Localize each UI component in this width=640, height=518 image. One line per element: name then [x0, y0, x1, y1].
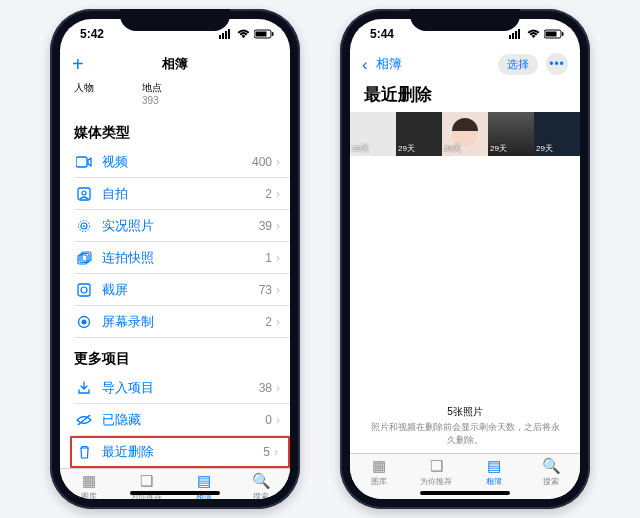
chevron-right-icon: ›	[272, 413, 280, 427]
chevron-right-icon: ›	[272, 187, 280, 201]
phone-right: 5:44 ‹ 相簿 选择 ••• 最近删除 29天29天29天29天29天 5张…	[340, 9, 590, 509]
home-indicator[interactable]	[130, 491, 220, 495]
albums-icon: ▤	[487, 457, 501, 475]
tab-library[interactable]: ▦图库	[60, 469, 118, 499]
row-count: 0	[265, 413, 272, 427]
thumbnail[interactable]: 29天	[488, 112, 534, 156]
chevron-right-icon: ›	[270, 445, 278, 459]
more-button[interactable]: •••	[546, 53, 568, 75]
signal-icon	[509, 29, 523, 39]
people-label: 人物	[74, 81, 94, 95]
row-burst[interactable]: 连拍快照1›	[74, 242, 290, 274]
row-count: 5	[263, 445, 270, 459]
days-badge: 29天	[444, 143, 461, 154]
row-count: 2	[265, 315, 272, 329]
svg-rect-3	[228, 29, 230, 39]
row-count: 2	[265, 187, 272, 201]
library-icon: ▦	[372, 457, 386, 475]
people-shortcut[interactable]: 人物	[74, 81, 94, 106]
row-video[interactable]: 视频400›	[74, 146, 290, 178]
navbar: + 相簿	[60, 49, 290, 79]
tab-library[interactable]: ▦图库	[350, 454, 408, 489]
select-button[interactable]: 选择	[498, 54, 538, 75]
row-label: 视频	[94, 153, 252, 171]
row-label: 截屏	[94, 281, 259, 299]
tab-label: 图库	[81, 491, 97, 500]
svg-rect-16	[78, 284, 90, 296]
svg-rect-6	[272, 32, 274, 36]
tab-label: 为你推荐	[420, 476, 452, 487]
row-label: 最近删除	[94, 443, 263, 461]
tab-label: 搜索	[543, 476, 559, 487]
svg-rect-1	[222, 33, 224, 39]
tab-foryou[interactable]: ❑为你推荐	[408, 454, 466, 489]
deletion-hint: 照片和视频在删除前会显示剩余天数，之后将永久删除。	[370, 421, 560, 447]
albums-icon: ▤	[197, 472, 211, 490]
media-types-list: 视频400›自拍2›实况照片39›连拍快照1›截屏73›屏幕录制2›	[60, 146, 290, 338]
battery-icon	[544, 29, 564, 39]
screenrec-icon	[74, 315, 94, 329]
row-label: 已隐藏	[94, 411, 265, 429]
chevron-right-icon: ›	[272, 315, 280, 329]
signal-icon	[219, 29, 233, 39]
selfie-icon	[74, 187, 94, 201]
chevron-right-icon: ›	[272, 219, 280, 233]
days-badge: 29天	[490, 143, 507, 154]
svg-rect-8	[78, 188, 90, 200]
svg-point-17	[81, 287, 87, 293]
row-imports[interactable]: 导入项目38›	[74, 372, 290, 404]
tab-albums[interactable]: ▤相簿	[465, 454, 523, 489]
back-button[interactable]: ‹ 相簿	[362, 55, 402, 73]
tab-label: 相簿	[486, 476, 502, 487]
row-label: 实况照片	[94, 217, 259, 235]
thumbnail[interactable]: 29天	[396, 112, 442, 156]
screen-right: 5:44 ‹ 相簿 选择 ••• 最近删除 29天29天29天29天29天 5张…	[350, 19, 580, 499]
photo-count: 5张照片	[370, 405, 560, 419]
foryou-icon: ❑	[430, 457, 443, 475]
notch	[410, 9, 520, 31]
row-count: 39	[259, 219, 272, 233]
svg-point-12	[83, 225, 85, 227]
search-icon: 🔍	[252, 472, 271, 490]
tab-search[interactable]: 🔍搜索	[233, 469, 291, 499]
row-count: 38	[259, 381, 272, 395]
wifi-icon	[527, 29, 540, 39]
svg-rect-26	[546, 32, 557, 37]
live-icon	[74, 219, 94, 233]
hidden-icon	[74, 414, 94, 426]
notch	[120, 9, 230, 31]
row-live[interactable]: 实况照片39›	[74, 210, 290, 242]
thumbnail[interactable]: 29天	[350, 112, 396, 156]
thumbnail[interactable]: 29天	[534, 112, 580, 156]
svg-rect-0	[219, 35, 221, 39]
row-deleted[interactable]: 最近删除5›	[70, 436, 290, 468]
section-more-items: 更多项目	[60, 338, 290, 372]
svg-point-19	[82, 319, 87, 324]
burst-icon	[74, 251, 94, 265]
row-screenshot[interactable]: 截屏73›	[74, 274, 290, 306]
more-items-list: 导入项目38›已隐藏0›最近删除5›	[60, 372, 290, 468]
tab-search[interactable]: 🔍搜索	[523, 454, 581, 489]
days-badge: 29天	[352, 143, 369, 154]
svg-rect-23	[515, 31, 517, 39]
row-label: 屏幕录制	[94, 313, 265, 331]
svg-rect-2	[225, 31, 227, 39]
navbar: ‹ 相簿 选择 •••	[350, 49, 580, 79]
places-shortcut[interactable]: 地点 393	[142, 81, 162, 106]
days-badge: 29天	[398, 143, 415, 154]
phone-left: 5:42 + 相簿 人物 地点 393 媒体类型 视频400›自拍2›实况照片3…	[50, 9, 300, 509]
svg-rect-7	[76, 157, 87, 167]
row-screenrec[interactable]: 屏幕录制2›	[74, 306, 290, 338]
chevron-right-icon: ›	[272, 381, 280, 395]
row-hidden[interactable]: 已隐藏0›	[74, 404, 290, 436]
home-indicator[interactable]	[420, 491, 510, 495]
svg-rect-5	[256, 32, 267, 37]
thumbnail[interactable]: 29天	[442, 112, 488, 156]
chevron-left-icon: ‹	[362, 56, 368, 73]
nav-title: 相簿	[162, 55, 188, 73]
chevron-right-icon: ›	[272, 155, 280, 169]
tab-label: 图库	[371, 476, 387, 487]
row-selfie[interactable]: 自拍2›	[74, 178, 290, 210]
import-icon	[74, 381, 94, 395]
add-button[interactable]: +	[72, 54, 84, 74]
